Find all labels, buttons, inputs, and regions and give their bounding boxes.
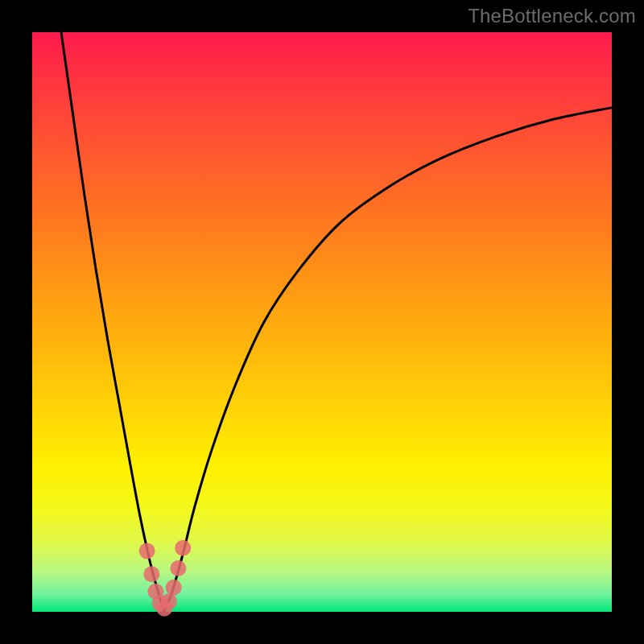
valley-marker	[143, 566, 159, 582]
valley-marker	[161, 593, 177, 609]
curve-left-branch	[61, 32, 163, 612]
chart-svg	[32, 32, 612, 612]
watermark-text: TheBottleneck.com	[468, 5, 636, 27]
valley-marker	[139, 543, 155, 559]
valley-marker	[166, 580, 182, 596]
valley-marker	[170, 560, 186, 576]
chart-frame: TheBottleneck.com	[0, 0, 644, 644]
valley-marker	[175, 540, 191, 556]
valley-markers	[139, 540, 192, 617]
plot-area	[32, 32, 612, 612]
curve-right-branch	[163, 108, 612, 612]
